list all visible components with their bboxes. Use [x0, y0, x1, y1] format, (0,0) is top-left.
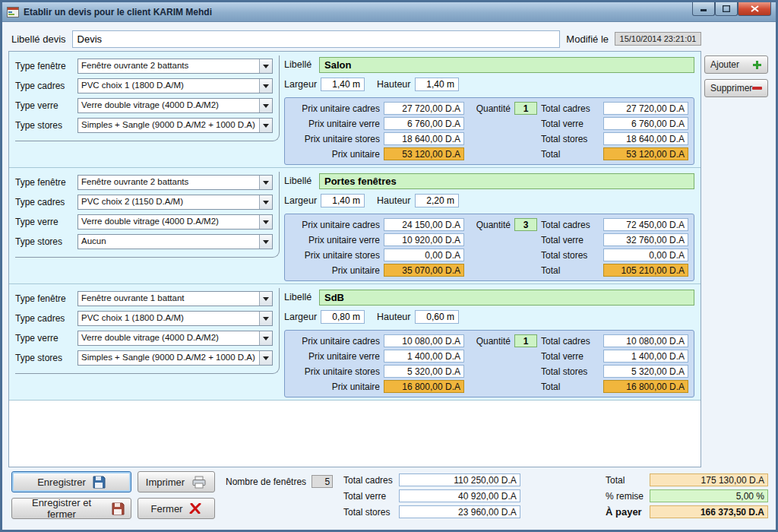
remise-input[interactable] [650, 489, 768, 502]
chevron-down-icon [259, 195, 272, 209]
pu-verre-value: 10 920,00 D.A [384, 233, 464, 246]
total-label: Total [541, 265, 599, 276]
quantite-label: Quantité [468, 103, 511, 114]
maximize-button[interactable] [715, 2, 738, 16]
footer-total-cadres-value: 110 250,00 D.A [399, 473, 520, 486]
minimize-button[interactable] [692, 2, 715, 16]
largeur-input[interactable] [321, 194, 365, 207]
type-verre-value: Verre double vitrage (4000 D.A/M2) [78, 99, 259, 112]
type-stores-label: Type stores [15, 120, 77, 131]
chevron-down-icon [259, 119, 272, 132]
total-stores-value: 5 320,00 D.A [603, 365, 688, 378]
window-controls [692, 2, 771, 16]
type-fenetre-select[interactable]: Fenêtre ouvrante 1 battant [77, 291, 273, 306]
type-cadres-select[interactable]: PVC choix 2 (1150 D.A/M) [77, 195, 273, 210]
supprimer-button[interactable]: Supprimer [704, 79, 768, 97]
chevron-down-icon [259, 99, 272, 112]
type-verre-select[interactable]: Verre double vitrage (4000 D.A/M2) [77, 98, 273, 113]
printer-icon [191, 476, 207, 489]
total-stores-label: Total stores [541, 366, 599, 377]
pu-verre-label: Prix unitaire verre [290, 235, 380, 245]
quote-line-section: Type fenêtre Fenêtre ouvrante 2 battants… [9, 52, 701, 168]
quantite-label: Quantité [468, 336, 511, 347]
quantite-input[interactable] [514, 102, 537, 115]
libelle-input[interactable] [319, 173, 694, 189]
libelle-label: Libellé [284, 59, 319, 70]
total-cadres-label: Total cadres [541, 336, 599, 347]
type-fenetre-value: Fenêtre ouvrante 2 battants [78, 59, 259, 73]
type-cadres-select[interactable]: PVC choix 1 (1800 D.A/M) [77, 78, 273, 93]
type-fenetre-label: Type fenêtre [15, 293, 77, 304]
chevron-down-icon [259, 176, 272, 189]
hauteur-input[interactable] [415, 78, 459, 91]
devis-input[interactable] [72, 30, 561, 48]
largeur-label: Largeur [284, 312, 321, 322]
footer-total-stores-label: Total stores [343, 507, 393, 518]
types-group: Type fenêtre Fenêtre ouvrante 1 battant … [15, 288, 280, 374]
nb-fenetres-label: Nombre de fenêtres [226, 477, 306, 487]
total-cadres-label: Total cadres [541, 220, 599, 230]
type-stores-select[interactable]: Simples + Sangle (9000 D.A/M2 + 1000 D.A… [77, 118, 273, 133]
close-x-icon [189, 503, 201, 514]
quantite-input[interactable] [514, 334, 537, 347]
libelle-input[interactable] [319, 57, 694, 73]
pu-stores-label: Prix unitaire stores [290, 134, 380, 144]
chevron-down-icon [259, 351, 272, 365]
largeur-input[interactable] [321, 310, 365, 324]
chevron-down-icon [259, 79, 272, 93]
enregistrer-fermer-button[interactable]: Enregistrer et fermer [11, 498, 131, 519]
save-icon [93, 476, 106, 489]
type-verre-select[interactable]: Verre double vitrage (4000 D.A/M2) [77, 331, 273, 346]
pu-cadres-label: Prix unitaire cadres [290, 103, 380, 114]
price-panel: Prix unitaire cadres 27 720,00 D.A Quant… [284, 97, 694, 165]
ajouter-button[interactable]: Ajouter [704, 55, 768, 74]
ajouter-label: Ajouter [710, 59, 739, 70]
a-payer-value: 166 373,50 D.A [650, 505, 768, 518]
type-cadres-select[interactable]: PVC choix 1 (1800 D.A/M) [77, 311, 273, 326]
chevron-down-icon [259, 235, 272, 249]
enregistrer-button[interactable]: Enregistrer [11, 471, 131, 492]
libelle-label: Libellé [284, 176, 319, 186]
modified-label: Modifié le [566, 33, 609, 45]
chevron-down-icon [259, 215, 272, 229]
hauteur-input[interactable] [415, 310, 459, 324]
pu-verre-label: Prix unitaire verre [290, 119, 380, 129]
footer-total-stores-value: 23 960,00 D.A [399, 505, 520, 518]
type-stores-label: Type stores [15, 236, 77, 247]
quantite-input[interactable] [514, 218, 537, 231]
hauteur-label: Hauteur [377, 195, 415, 206]
largeur-label: Largeur [284, 79, 321, 90]
devis-label: Libellé devis [11, 33, 66, 45]
fermer-button[interactable]: Fermer [138, 498, 215, 519]
pu-total-value: 53 120,00 D.A [384, 147, 464, 160]
pu-verre-value: 6 760,00 D.A [384, 117, 464, 130]
hauteur-label: Hauteur [377, 79, 415, 90]
pu-cadres-label: Prix unitaire cadres [290, 220, 380, 230]
chevron-down-icon [259, 59, 272, 73]
header-row: Libellé devis Modifié le 15/10/2014 23:2… [11, 29, 701, 49]
type-fenetre-value: Fenêtre ouvrante 2 battants [78, 176, 259, 189]
pu-cadres-value: 10 080,00 D.A [384, 334, 464, 347]
nb-fenetres-value: 5 [312, 475, 333, 488]
hauteur-input[interactable] [415, 194, 459, 207]
imprimer-button[interactable]: Imprimer [138, 471, 215, 492]
type-stores-value: Aucun [78, 235, 259, 249]
type-stores-select[interactable]: Aucun [77, 234, 273, 249]
largeur-input[interactable] [321, 78, 365, 91]
price-panel: Prix unitaire cadres 10 080,00 D.A Quant… [284, 330, 694, 397]
type-verre-value: Verre double vitrage (4000 D.A/M2) [78, 215, 259, 229]
pu-label: Prix unitaire [290, 382, 380, 392]
type-verre-value: Verre double vitrage (4000 D.A/M2) [78, 331, 259, 345]
nb-fenetres-group: Nombre de fenêtres 5 [226, 475, 333, 488]
type-fenetre-select[interactable]: Fenêtre ouvrante 2 battants [77, 175, 273, 190]
type-cadres-value: PVC choix 1 (1800 D.A/M) [78, 312, 259, 325]
price-panel: Prix unitaire cadres 24 150,00 D.A Quant… [284, 214, 694, 281]
close-button[interactable] [738, 2, 771, 16]
libelle-input[interactable] [319, 290, 694, 306]
type-stores-select[interactable]: Simples + Sangle (9000 D.A/M2 + 1000 D.A… [77, 350, 273, 366]
pu-total-value: 35 070,00 D.A [384, 264, 464, 277]
type-cadres-label: Type cadres [15, 313, 77, 324]
type-fenetre-select[interactable]: Fenêtre ouvrante 2 battants [77, 59, 273, 74]
type-verre-select[interactable]: Verre double vitrage (4000 D.A/M2) [77, 214, 273, 230]
type-stores-label: Type stores [15, 353, 77, 363]
